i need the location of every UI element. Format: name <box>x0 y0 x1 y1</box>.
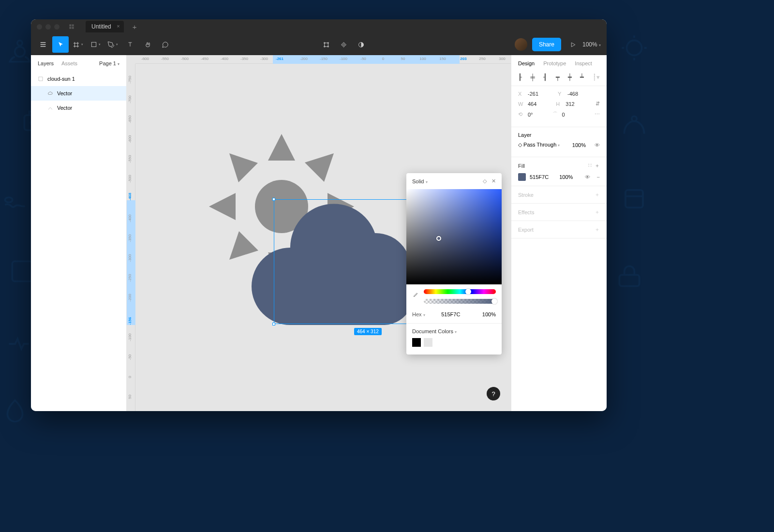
layer-row-vector-selected[interactable]: Vector <box>31 86 126 101</box>
avatar[interactable] <box>515 38 527 51</box>
hand-tool[interactable] <box>139 36 156 53</box>
edit-object-icon[interactable] <box>318 36 335 53</box>
x-input[interactable]: -261 <box>528 91 538 97</box>
layer-opacity-input[interactable]: 100% <box>572 142 586 148</box>
add-fill-icon[interactable]: ＋ <box>595 163 600 168</box>
visibility-icon[interactable]: 👁 <box>595 142 600 148</box>
alpha-handle[interactable] <box>491 298 497 304</box>
align-top-icon[interactable]: ┯ <box>556 74 560 81</box>
hue-handle[interactable] <box>465 289 471 295</box>
fill-opacity[interactable]: 100% <box>559 174 573 180</box>
more-options-icon[interactable]: ⋯ <box>595 111 600 118</box>
y-input[interactable]: -468 <box>567 91 578 97</box>
fill-visibility-icon[interactable]: 👁 <box>585 174 590 180</box>
mask-icon[interactable] <box>353 36 370 53</box>
distribute-icon[interactable]: ┋▾ <box>593 74 600 81</box>
svg-rect-12 <box>72 24 74 26</box>
color-picker-popover: Solid ▾ ◇ ✕ Hex ▾ 515F7C <box>406 173 502 355</box>
w-input[interactable]: 464 <box>528 101 536 107</box>
assets-tab[interactable]: Assets <box>61 60 77 66</box>
comment-tool[interactable] <box>157 36 173 53</box>
page-dropdown[interactable]: Page 1 ▾ <box>99 60 119 66</box>
rectangle-tool[interactable]: ▾ <box>87 36 104 53</box>
prototype-tab[interactable]: Prototype <box>543 60 566 66</box>
layers-tab[interactable]: Layers <box>38 60 54 66</box>
selection-handle[interactable] <box>272 323 275 325</box>
alpha-slider[interactable] <box>424 299 496 304</box>
align-bottom-icon[interactable]: ┷ <box>580 74 584 81</box>
present-button[interactable] <box>565 36 581 53</box>
add-export-icon[interactable]: ＋ <box>595 226 600 233</box>
component-icon[interactable] <box>336 36 352 53</box>
doc-color-swatch[interactable] <box>424 338 432 347</box>
inspect-tab[interactable]: Inspect <box>575 60 592 66</box>
menu-button[interactable] <box>35 36 51 53</box>
design-tab[interactable]: Design <box>518 60 535 66</box>
layer-row-frame[interactable]: cloud-sun 1 <box>31 72 126 86</box>
layer-label: Vector <box>57 90 72 96</box>
opacity-input[interactable]: 100% <box>476 311 496 317</box>
app-window: Untitled × + ▾ ▾ ▾ Share 100% ▾ Layers A… <box>31 19 607 411</box>
layer-label: cloud-sun 1 <box>47 76 75 82</box>
hex-mode-dropdown[interactable]: Hex ▾ <box>412 311 425 317</box>
svg-rect-10 <box>619 275 639 286</box>
hex-input[interactable]: 515F7C <box>430 311 472 317</box>
constrain-icon[interactable]: ⇵ <box>595 101 600 107</box>
frame-icon <box>38 76 44 82</box>
window-controls[interactable] <box>37 24 60 30</box>
align-vcenter-icon[interactable]: ┿ <box>568 74 572 81</box>
style-icon[interactable]: ◇ <box>483 178 487 184</box>
doc-color-swatch[interactable] <box>412 338 421 347</box>
export-section-title: Export <box>518 227 534 233</box>
close-window-icon[interactable] <box>37 24 42 30</box>
add-effect-icon[interactable]: ＋ <box>595 208 600 216</box>
layer-label: Vector <box>57 105 72 111</box>
layer-section-title: Layer <box>518 132 600 138</box>
layer-row-vector[interactable]: Vector <box>31 101 126 115</box>
frame-tool[interactable]: ▾ <box>70 36 86 53</box>
alignment-controls: ┠ ╪ ┨ ┯ ┿ ┷ ┋▾ <box>511 72 607 86</box>
align-right-icon[interactable]: ┨ <box>543 74 547 81</box>
hue-slider[interactable] <box>424 289 496 294</box>
fill-style-icon[interactable]: ∷ <box>588 163 592 168</box>
layers-panel: Layers Assets Page 1 ▾ cloud-sun 1 Vecto… <box>31 55 127 411</box>
rotation-input[interactable]: 0° <box>528 112 533 118</box>
text-tool[interactable] <box>122 36 138 53</box>
svg-point-5 <box>5 197 13 202</box>
figma-logo-icon <box>68 23 75 30</box>
align-left-icon[interactable]: ┠ <box>518 74 522 81</box>
selection-handle[interactable] <box>272 198 275 201</box>
blend-mode-dropdown[interactable]: ◇ Pass Through ▾ <box>518 142 560 148</box>
help-button[interactable]: ? <box>487 387 500 400</box>
minimize-window-icon[interactable] <box>45 24 51 30</box>
document-tab[interactable]: Untitled × <box>86 21 124 32</box>
close-picker-icon[interactable]: ✕ <box>491 178 496 184</box>
maximize-window-icon[interactable] <box>54 24 60 30</box>
remove-fill-icon[interactable]: − <box>597 174 600 180</box>
canvas-area[interactable]: -600 -550 -500 -450 -400 -350 -300 -261 … <box>127 55 511 411</box>
document-colors-dropdown[interactable]: Document Colors ▾ <box>412 328 496 334</box>
radius-input[interactable]: 0 <box>562 112 565 118</box>
h-input[interactable]: 312 <box>566 101 574 107</box>
new-tab-button[interactable]: + <box>133 23 137 31</box>
color-field[interactable] <box>406 189 502 284</box>
svg-rect-9 <box>625 190 643 207</box>
align-hcenter-icon[interactable]: ╪ <box>530 74 535 81</box>
add-stroke-icon[interactable]: ＋ <box>595 191 600 198</box>
zoom-dropdown[interactable]: 100% ▾ <box>582 41 601 48</box>
eyedropper-icon[interactable] <box>412 292 419 301</box>
move-tool[interactable] <box>52 36 69 53</box>
fill-type-dropdown[interactable]: Solid ▾ <box>412 178 428 184</box>
svg-rect-6 <box>12 261 32 281</box>
fill-hex[interactable]: 515F7C <box>530 174 549 180</box>
document-tab-title: Untitled <box>91 23 111 30</box>
close-tab-icon[interactable]: × <box>117 23 119 29</box>
toolbar: ▾ ▾ ▾ Share 100% ▾ <box>31 34 607 55</box>
color-cursor[interactable] <box>436 236 441 241</box>
svg-rect-11 <box>69 24 71 26</box>
pen-tool[interactable]: ▾ <box>104 36 121 53</box>
ruler-horizontal: -600 -550 -500 -450 -400 -350 -300 -261 … <box>135 55 511 64</box>
share-button[interactable]: Share <box>532 38 561 51</box>
rotation-icon: ⟲ <box>518 111 523 118</box>
fill-swatch[interactable] <box>518 173 526 181</box>
